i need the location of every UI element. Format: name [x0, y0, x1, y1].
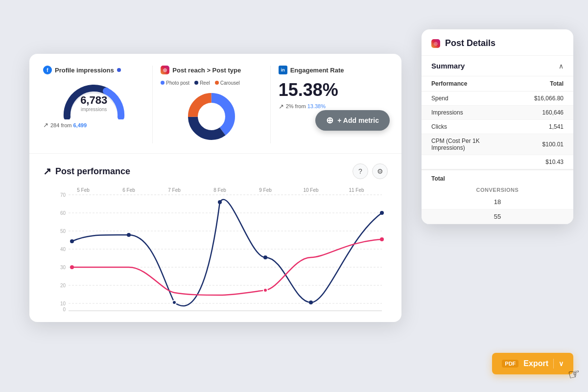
svg-point-4 — [198, 103, 225, 130]
table-row: 55 — [422, 209, 573, 224]
donut-svg — [185, 90, 238, 143]
svg-text:6 Feb: 6 Feb — [122, 187, 135, 193]
donut-chart — [161, 90, 262, 143]
post-details-card: ◎ Post Details Summary ∧ Performance Tot… — [422, 29, 573, 224]
help-button[interactable]: ? — [353, 163, 368, 179]
engagement-value: 15.38% — [279, 80, 338, 100]
pdf-badge: PDF — [502, 360, 518, 368]
metric-name: Spend — [422, 92, 524, 106]
summary-table: Performance Total Spend $16,066.80 Impre… — [422, 76, 573, 169]
add-metric-button[interactable]: ⊕ + Add metric — [315, 110, 390, 131]
post-reach-block: ◎ Post reach > Post type Photo post Reel… — [153, 66, 270, 143]
conv-total-header: CONVERSIONS — [422, 185, 573, 195]
svg-point-33 — [380, 211, 384, 215]
metric-name: Clicks — [422, 120, 524, 134]
export-button[interactable]: PDF Export ∨ — [492, 353, 573, 374]
conversions-section-header: Total — [422, 169, 573, 185]
profile-impressions-block: f Profile impressions 6,783 impressions — [43, 66, 153, 143]
table-row: Impressions 160,646 — [422, 106, 573, 120]
svg-text:10: 10 — [60, 301, 66, 306]
svg-point-27 — [70, 239, 74, 243]
change-text: 284 from 6,499 — [50, 122, 87, 128]
legend-reel: Reel — [194, 80, 210, 86]
conv-value: 18 — [422, 195, 573, 209]
svg-point-35 — [263, 288, 267, 292]
performance-icon: ↗ — [43, 165, 51, 177]
svg-text:20: 20 — [60, 283, 66, 288]
svg-point-29 — [172, 300, 176, 304]
facebook-icon: f — [43, 66, 52, 74]
performance-section: ↗ Post performance ? ⚙ 70 60 — [29, 154, 401, 322]
performance-title: ↗ Post performance — [43, 165, 130, 177]
perf-col-header: Performance — [422, 76, 524, 92]
engagement-arrow: ↗ — [279, 103, 284, 110]
linkedin-icon: in — [279, 66, 287, 74]
svg-text:11 Feb: 11 Feb — [349, 187, 364, 193]
table-row: $10.43 — [422, 155, 573, 169]
svg-text:10 Feb: 10 Feb — [303, 187, 319, 193]
svg-text:30: 30 — [60, 265, 66, 270]
svg-point-36 — [380, 237, 384, 241]
conv-value: 55 — [422, 209, 573, 224]
engagement-footer: ↗ 2% from 13.38% — [279, 103, 326, 110]
table-row: CPM (Cost Per 1K Impressions) $100.01 — [422, 134, 573, 155]
engagement-rate-block: in Engagement Rate 15.38% ↗ 2% from 13.3… — [271, 66, 388, 143]
donut-legend: Photo post Reel Carousel — [161, 80, 262, 86]
legend-photo: Photo post — [161, 80, 189, 86]
svg-text:0: 0 — [63, 307, 66, 312]
table-row: Clicks 1,541 — [422, 120, 573, 134]
metric-value: 160,646 — [524, 106, 573, 120]
svg-point-30 — [218, 200, 222, 204]
export-label: Export — [523, 359, 548, 368]
legend-carousel: Carousel — [215, 80, 240, 86]
metric-name: CPM (Cost Per 1K Impressions) — [422, 134, 524, 155]
performance-controls: ? ⚙ — [353, 163, 388, 179]
arrow-icon: ↗ — [43, 121, 48, 129]
gauge-unit: impressions — [80, 107, 107, 112]
status-dot — [117, 68, 121, 72]
post-reach-title: ◎ Post reach > Post type — [161, 66, 262, 74]
settings-button[interactable]: ⚙ — [372, 163, 388, 179]
instagram-icon: ◎ — [161, 66, 169, 74]
cursor-icon: ☞ — [566, 365, 581, 383]
svg-point-31 — [263, 255, 267, 259]
metric-value: 1,541 — [524, 120, 573, 134]
performance-header: ↗ Post performance ? ⚙ — [43, 163, 388, 179]
summary-header: Summary ∧ — [422, 56, 573, 76]
svg-text:50: 50 — [60, 229, 66, 234]
chart-area: 70 60 50 40 30 20 10 0 5 Feb 6 Feb 7 Feb… — [43, 185, 388, 312]
total-label: Total — [431, 175, 445, 182]
engagement-block: 15.38% ↗ 2% from 13.38% — [279, 80, 380, 110]
summary-label: Summary — [431, 62, 465, 70]
table-row: Spend $16,066.80 — [422, 92, 573, 106]
svg-text:8 Feb: 8 Feb — [213, 187, 226, 193]
svg-text:70: 70 — [60, 192, 66, 198]
export-divider — [553, 359, 554, 369]
svg-text:60: 60 — [60, 210, 66, 216]
total-col-header: Total — [524, 76, 573, 92]
conversions-table: CONVERSIONS 18 55 — [422, 185, 573, 224]
line-chart-svg: 70 60 50 40 30 20 10 0 5 Feb 6 Feb 7 Feb… — [43, 185, 388, 312]
svg-point-32 — [309, 300, 313, 304]
metric-name: Impressions — [422, 106, 524, 120]
plus-icon: ⊕ — [326, 115, 333, 126]
metric-value: $100.01 — [524, 134, 573, 155]
svg-text:9 Feb: 9 Feb — [259, 187, 272, 193]
svg-text:5 Feb: 5 Feb — [77, 187, 90, 193]
post-details-instagram-icon: ◎ — [431, 39, 440, 48]
svg-point-28 — [127, 233, 131, 237]
profile-impressions-title: f Profile impressions — [43, 66, 144, 74]
engagement-rate-title: in Engagement Rate — [279, 66, 380, 74]
gauge-chart: 6,783 impressions — [43, 80, 144, 119]
metrics-row: f Profile impressions 6,783 impressions — [29, 54, 401, 154]
svg-text:40: 40 — [60, 247, 66, 252]
gauge-number: 6,783 — [80, 95, 107, 106]
svg-point-34 — [70, 265, 74, 269]
svg-text:7 Feb: 7 Feb — [168, 187, 181, 193]
post-details-title: Post Details — [445, 38, 495, 48]
chevron-down-icon[interactable]: ∨ — [559, 360, 564, 368]
gauge-center: 6,783 impressions — [80, 95, 107, 112]
metric-name — [422, 155, 524, 169]
metric-value: $16,066.80 — [524, 92, 573, 106]
chevron-up-icon[interactable]: ∧ — [559, 62, 564, 70]
